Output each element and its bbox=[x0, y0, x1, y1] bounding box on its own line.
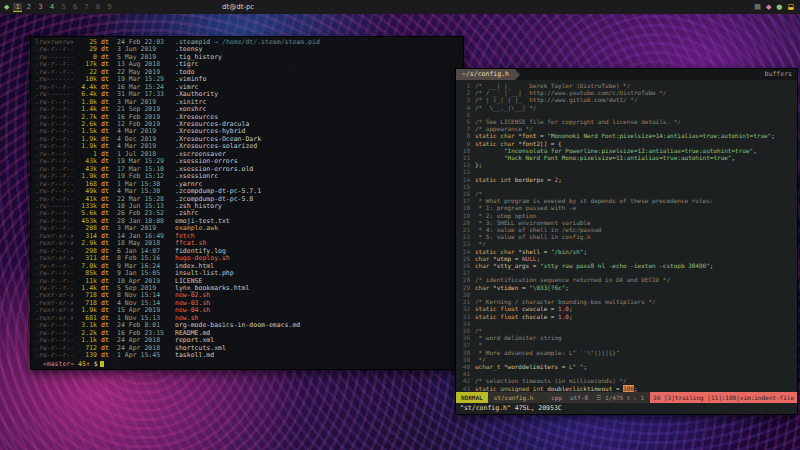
buffers-label[interactable]: buffers bbox=[765, 71, 797, 78]
code-line: 30 bbox=[456, 291, 797, 298]
file-perms: .rw-r--r-- bbox=[35, 352, 73, 359]
volume-icon[interactable]: ◆ bbox=[766, 3, 771, 11]
code-segment: "/bin/sh" bbox=[551, 248, 584, 255]
terminal-cursor bbox=[100, 361, 104, 367]
code-segment: , bbox=[731, 154, 735, 161]
line-number: 2 bbox=[456, 89, 470, 96]
code-segment: * What program is execed by st depends o… bbox=[475, 197, 713, 204]
line-number: 35 bbox=[456, 327, 470, 334]
editor-statusline: NORMAL st/config.h cpp utf-8 ☰ 1/475 ℓ :… bbox=[456, 392, 797, 403]
file-perms: .rwxr-xr-x bbox=[35, 315, 73, 322]
line-number: 25 bbox=[456, 255, 470, 262]
code-line: 21 * 4: value of shell in /etc/passwd bbox=[456, 226, 797, 233]
file-perms: .rwxr-xr-x bbox=[35, 292, 73, 299]
file-perms: .rwxr-xr-x bbox=[35, 307, 73, 314]
file-perms: .rw-r--r-- bbox=[35, 337, 73, 344]
code-segment: char bbox=[475, 284, 493, 291]
file-perms: .rwxr-xr-x bbox=[35, 300, 73, 307]
code-segment: */ bbox=[475, 240, 486, 247]
code-text: /* / _` | __| http://www.youtube.com/c/D… bbox=[475, 89, 666, 96]
workspace-9[interactable]: 9 bbox=[105, 3, 113, 12]
workspace-3[interactable]: 3 bbox=[36, 3, 44, 12]
workspace-5[interactable]: 5 bbox=[59, 3, 67, 12]
file-name: taskell.md bbox=[175, 352, 214, 359]
file-perms: .rw-r--r-- bbox=[35, 278, 73, 285]
line-number: 22 bbox=[456, 233, 470, 240]
workspace-8[interactable]: 8 bbox=[94, 3, 102, 12]
code-line: 40wchar_t *worddelimiters = L" "; bbox=[456, 363, 797, 370]
workspace-1[interactable]: 1 bbox=[13, 3, 21, 12]
code-text: /* bbox=[475, 190, 482, 197]
workspace-6[interactable]: 6 bbox=[71, 3, 79, 12]
code-text: static float cwscale = 1.0; bbox=[475, 305, 573, 312]
line-number: 11 bbox=[456, 154, 470, 161]
code-line: 25char *utmp = NULL; bbox=[456, 255, 797, 262]
code-segment: ; bbox=[583, 248, 587, 255]
line-number: 1 bbox=[456, 82, 470, 89]
network-icon[interactable]: ▤ bbox=[754, 3, 761, 11]
line-number: 23 bbox=[456, 240, 470, 247]
line-number: 30 bbox=[456, 291, 470, 298]
ls-row: .rw-r--r--1.9kdt19 Feb 15:12.xsessionrc bbox=[35, 173, 463, 180]
code-text: static unsigned int doubleclicktimeout =… bbox=[475, 385, 638, 392]
code-segment bbox=[475, 154, 504, 161]
status-icon[interactable]: ● bbox=[776, 3, 782, 11]
ls-row: .rw-r--r--17kdt13 Aug 2018.tigrc bbox=[35, 61, 463, 68]
ls-row: .rw-r--r--453kdt28 Jan 10:08emoji-test.t… bbox=[35, 218, 463, 225]
editor-tabline: ~/s/config.h buffers bbox=[456, 69, 797, 80]
ls-row: .rw-r--r--1.4kdt21 Sep 2019.xonshrc bbox=[35, 106, 463, 113]
line-number: 38 bbox=[456, 349, 470, 356]
prompt-segment: «master» bbox=[35, 360, 74, 368]
code-area[interactable]: 1/* __| |_ Derek Taylor (DistroTube) */2… bbox=[456, 80, 797, 392]
file-perms: .rw-r--r-- bbox=[35, 248, 73, 255]
code-segment: * word delimiter string bbox=[475, 334, 562, 341]
launcher-icon[interactable]: ◆ bbox=[0, 3, 13, 11]
ls-row: .rw-r--r--2.2kdt16 Feb 23:15README.md bbox=[35, 330, 463, 337]
code-line: 32static float cwscale = 1.0; bbox=[456, 305, 797, 312]
file-perms: .rw-r--r-- bbox=[35, 345, 73, 352]
code-segment: L" " bbox=[569, 363, 583, 370]
code-line: 8static char *font = "Mononoki Nerd Font… bbox=[456, 132, 797, 139]
code-line: 38 * More advanced example: L" `'\"()[]{… bbox=[456, 349, 797, 356]
code-segment: ; bbox=[558, 176, 562, 183]
file-perms: .rw-r--r-- bbox=[35, 136, 73, 143]
line-number: 26 bbox=[456, 262, 470, 269]
line-number: 12 bbox=[456, 161, 470, 168]
code-text: * bbox=[475, 341, 482, 348]
code-line: 42/* selection timeouts (in milliseconds… bbox=[456, 377, 797, 384]
tab-config-h[interactable]: ~/s/config.h bbox=[456, 69, 515, 80]
code-segment: char bbox=[475, 262, 493, 269]
code-segment: * More advanced example: L" `'\"()[]{}" bbox=[475, 349, 620, 356]
code-line: 17 * What program is execed by st depend… bbox=[456, 197, 797, 204]
line-number: 37 bbox=[456, 341, 470, 348]
ls-row: .rw-r--r--85kdt9 Jan 15:05insult-list.ph… bbox=[35, 270, 463, 277]
editor-window[interactable]: ~/s/config.h buffers 1/* __| |_ Derek Ta… bbox=[455, 68, 798, 415]
workspace-4[interactable]: 4 bbox=[48, 3, 56, 12]
code-text: */ bbox=[475, 356, 486, 363]
code-text: static char *font2[] = { bbox=[475, 140, 562, 147]
code-segment: *worddelimiters = bbox=[504, 363, 569, 370]
code-segment: /* __| |_ Derek Taylor (DistroTube) */ bbox=[475, 82, 630, 89]
code-line: 10 "Inconsolata for Powerline:pixelsize=… bbox=[456, 147, 797, 154]
line-number: 14 bbox=[456, 176, 470, 183]
code-line: 39 */ bbox=[456, 356, 797, 363]
code-text: char *utmp = NULL; bbox=[475, 255, 540, 262]
line-number: 28 bbox=[456, 276, 470, 283]
ls-row: .rw-r--r--3.1kdt24 Feb 8:01org-mode-basi… bbox=[35, 322, 463, 329]
code-segment: * 5: value of shell in config.h bbox=[475, 233, 591, 240]
file-perms: .rw-r--r-- bbox=[35, 84, 73, 91]
left-terminal-window[interactable]: lrwxrwxrwx25dt24 Feb 22:03.steampid → /h… bbox=[30, 36, 464, 370]
code-segment: *vtiden = bbox=[493, 284, 529, 291]
line-number: 21 bbox=[456, 226, 470, 233]
code-line: 37 * bbox=[456, 341, 797, 348]
workspace-7[interactable]: 7 bbox=[82, 3, 90, 12]
settings-icon[interactable]: ⬓ bbox=[787, 3, 794, 11]
code-segment: * 1: program passed with -e bbox=[475, 204, 576, 211]
workspace-2[interactable]: 2 bbox=[25, 3, 33, 12]
file-perms: .rw-r--r-- bbox=[35, 263, 73, 270]
code-line: 13 bbox=[456, 168, 797, 175]
file-perms: .rw-r--r-- bbox=[35, 158, 73, 165]
line-number: 9 bbox=[456, 140, 470, 147]
line-number: 20 bbox=[456, 219, 470, 226]
code-line: 9static char *font2[] = { bbox=[456, 140, 797, 147]
